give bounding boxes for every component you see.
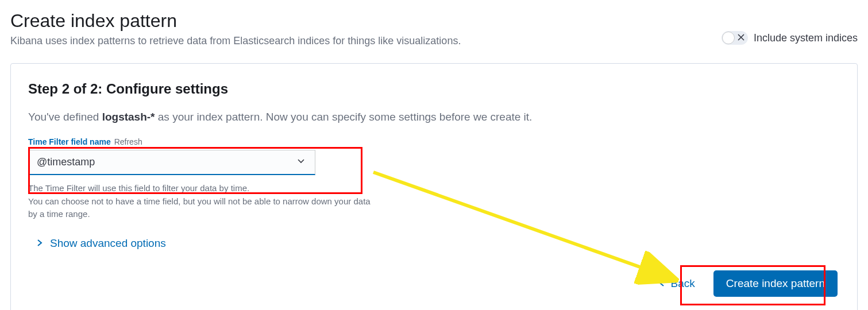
- page-subtitle: Kibana uses index patterns to retrieve d…: [10, 35, 722, 47]
- step-title: Step 2 of 2: Configure settings: [28, 81, 840, 97]
- show-advanced-options[interactable]: Show advanced options: [28, 237, 840, 250]
- help-text-1: The Time Filter will use this field to f…: [28, 182, 373, 195]
- page-title: Create index pattern: [10, 10, 722, 32]
- back-label: Back: [671, 277, 695, 290]
- select-value: @timestamp: [37, 156, 95, 168]
- advanced-options-label: Show advanced options: [50, 237, 166, 250]
- refresh-link[interactable]: Refresh: [114, 137, 142, 146]
- back-button[interactable]: Back: [658, 277, 695, 290]
- step-panel: Step 2 of 2: Configure settings You've d…: [10, 63, 858, 310]
- toggle-knob: [722, 32, 735, 44]
- close-icon: [738, 34, 744, 42]
- create-index-pattern-button[interactable]: Create index pattern: [713, 270, 838, 297]
- help-text-2: You can choose not to have a time field,…: [28, 195, 373, 221]
- desc-pattern: logstash-*: [102, 111, 155, 123]
- include-system-indices-toggle[interactable]: [722, 31, 748, 45]
- step-description: You've defined logstash-* as your index …: [28, 111, 840, 123]
- time-filter-field-label: Time Filter field name: [28, 137, 111, 146]
- chevron-right-icon: [36, 237, 43, 250]
- desc-prefix: You've defined: [28, 111, 102, 123]
- chevron-left-icon: [658, 277, 665, 290]
- chevron-down-icon: [296, 156, 306, 168]
- desc-suffix: as your index pattern. Now you can speci…: [155, 111, 533, 123]
- toggle-label: Include system indices: [754, 32, 858, 44]
- time-filter-field-select[interactable]: @timestamp: [28, 150, 315, 175]
